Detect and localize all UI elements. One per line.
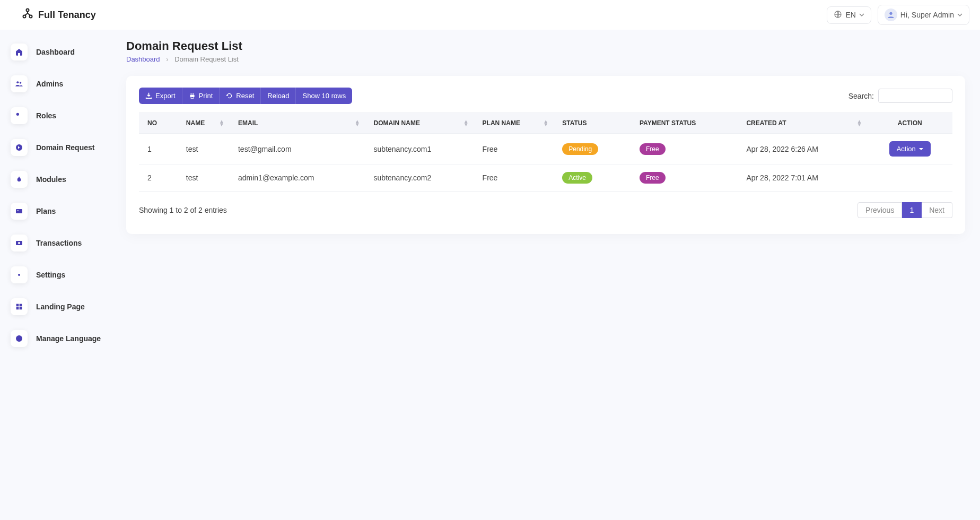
svg-rect-15 <box>20 304 22 307</box>
col-action: ACTION <box>867 113 952 134</box>
col-name[interactable]: NAME▲▼ <box>178 113 230 134</box>
svg-rect-9 <box>16 209 22 213</box>
payment-badge: Free <box>640 143 666 155</box>
sidebar-item-landing-page[interactable]: Landing Page <box>6 295 110 318</box>
page-next[interactable]: Next <box>922 202 952 218</box>
page-prev[interactable]: Previous <box>858 202 902 218</box>
cell-email: admin1@example.com <box>230 164 365 192</box>
brand: Full Tenancy <box>21 7 96 23</box>
reset-button[interactable]: Reset <box>220 88 261 104</box>
sidebar-item-settings[interactable]: Settings <box>6 263 110 287</box>
cell-name: test <box>178 134 230 164</box>
svg-point-12 <box>18 242 20 244</box>
col-label: PLAN NAME <box>483 119 520 127</box>
col-label: DOMAIN NAME <box>374 119 420 127</box>
sidebar-item-label: Modules <box>36 175 66 184</box>
table-row: 2testadmin1@example.comsubtenancy.com2Fr… <box>139 164 952 192</box>
cell-created: Apr 28, 2022 7:01 AM <box>738 164 867 192</box>
sidebar-item-admins[interactable]: Admins <box>6 72 110 96</box>
sidebar-item-roles[interactable]: Roles <box>6 104 110 127</box>
svg-point-0 <box>27 8 29 11</box>
sidebar-item-transactions[interactable]: Transactions <box>6 231 110 255</box>
action-label: Action <box>897 145 916 153</box>
avatar <box>885 8 897 21</box>
col-status: STATUS <box>554 113 631 134</box>
sidebar-item-label: Domain Request <box>36 143 94 152</box>
col-label: NAME <box>186 119 205 127</box>
cell-domain: subtenancy.com1 <box>365 134 474 164</box>
breadcrumb-current: Domain Request List <box>174 55 239 63</box>
topbar: Full Tenancy EN Hi, Super Admin <box>0 0 980 30</box>
search-wrap: Search: <box>848 89 952 103</box>
table-toolbar: Export Print Reset Reload Show 10 rows <box>139 88 952 104</box>
reload-label: Reload <box>267 92 289 100</box>
content-card: Export Print Reset Reload Show 10 rows <box>126 76 965 234</box>
domain-request-table: NONAME▲▼EMAIL▲▼DOMAIN NAME▲▼PLAN NAME▲▼S… <box>139 112 952 192</box>
reset-label: Reset <box>236 92 254 100</box>
col-plan-name[interactable]: PLAN NAME▲▼ <box>474 113 554 134</box>
sidebar-item-label: Plans <box>36 207 56 215</box>
svg-point-4 <box>889 12 892 15</box>
cell-no: 1 <box>139 134 178 164</box>
breadcrumb-separator-icon: › <box>166 55 168 63</box>
svg-rect-20 <box>191 93 194 95</box>
col-email[interactable]: EMAIL▲▼ <box>230 113 365 134</box>
sidebar-item-modules[interactable]: Modules <box>6 168 110 191</box>
sidebar-item-label: Admins <box>36 80 63 88</box>
language-switcher[interactable]: EN <box>827 6 871 24</box>
language-label: EN <box>845 11 855 19</box>
page-1[interactable]: 1 <box>902 202 922 218</box>
chevron-down-icon <box>957 12 962 18</box>
col-domain-name[interactable]: DOMAIN NAME▲▼ <box>365 113 474 134</box>
search-label: Search: <box>848 92 874 100</box>
cell-plan: Free <box>474 164 554 192</box>
table-toolbar-buttons: Export Print Reset Reload Show 10 rows <box>139 88 352 104</box>
sidebar-item-label: Dashboard <box>36 48 75 56</box>
reload-button[interactable]: Reload <box>261 88 296 104</box>
col-no: NO <box>139 113 178 134</box>
export-button[interactable]: Export <box>139 88 182 104</box>
user-menu[interactable]: Hi, Super Admin <box>878 5 969 25</box>
sidebar-item-label: Settings <box>36 271 65 279</box>
sidebar-item-domain-request[interactable]: Domain Request <box>6 136 110 159</box>
undo-icon <box>226 92 233 99</box>
brand-text: Full Tenancy <box>38 10 96 21</box>
breadcrumb-root[interactable]: Dashboard <box>126 55 160 63</box>
sort-icon: ▲▼ <box>355 120 360 126</box>
globe-icon <box>11 330 28 347</box>
main: Domain Request List Dashboard › Domain R… <box>117 30 980 369</box>
show-rows-label: Show 10 rows <box>302 92 346 100</box>
cell-email: test@gmail.com <box>230 134 365 164</box>
fire-icon <box>11 171 28 188</box>
col-label: EMAIL <box>238 119 258 127</box>
breadcrumb: Dashboard › Domain Request List <box>126 55 965 63</box>
table-footer: Showing 1 to 2 of 2 entries Previous 1 N… <box>139 202 952 218</box>
svg-point-5 <box>16 81 19 83</box>
export-label: Export <box>155 92 176 100</box>
cell-name: test <box>178 164 230 192</box>
svg-rect-17 <box>20 307 22 310</box>
sidebar-item-plans[interactable]: Plans <box>6 200 110 223</box>
col-label: NO <box>147 119 157 127</box>
users-icon <box>11 75 28 92</box>
svg-point-6 <box>20 82 21 83</box>
svg-rect-14 <box>16 304 19 307</box>
search-input[interactable] <box>878 89 952 103</box>
sidebar: DashboardAdminsRolesDomain RequestModule… <box>0 30 117 369</box>
row-action-button[interactable]: Action <box>889 141 931 157</box>
cell-plan: Free <box>474 134 554 164</box>
arrow-circle-icon <box>11 139 28 156</box>
grid-icon <box>11 298 28 315</box>
sidebar-item-dashboard[interactable]: Dashboard <box>6 40 110 64</box>
sort-icon: ▲▼ <box>463 120 469 126</box>
show-rows-button[interactable]: Show 10 rows <box>296 88 352 104</box>
print-button[interactable]: Print <box>182 88 220 104</box>
sidebar-item-label: Transactions <box>36 239 82 247</box>
money-icon <box>11 235 28 252</box>
key-icon <box>11 107 28 124</box>
table-info: Showing 1 to 2 of 2 entries <box>139 206 227 214</box>
cell-created: Apr 28, 2022 6:26 AM <box>738 134 867 164</box>
col-created-at[interactable]: CREATED AT▲▼ <box>738 113 867 134</box>
pagination: Previous 1 Next <box>858 202 952 218</box>
sidebar-item-manage-language[interactable]: Manage Language <box>6 327 110 350</box>
